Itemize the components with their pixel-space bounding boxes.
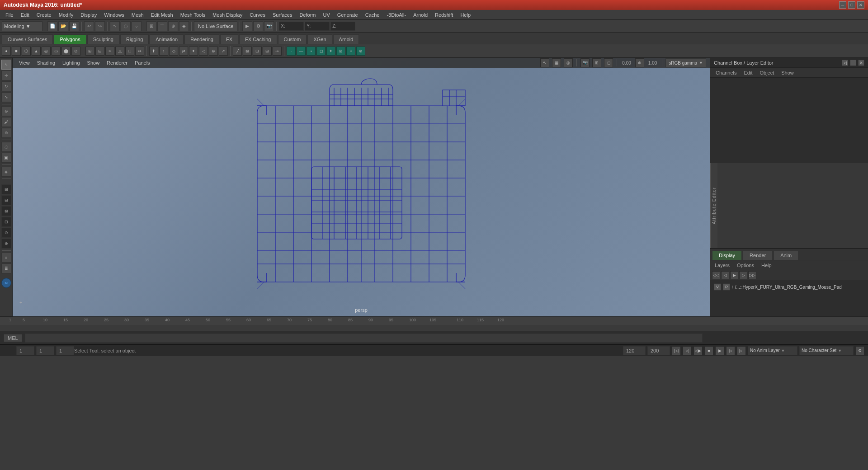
snap-curve-button[interactable]: ⌒ xyxy=(157,21,167,31)
layer-end-button[interactable]: ▷▷ xyxy=(748,271,756,279)
quadrangulate-icon[interactable]: □ xyxy=(125,47,134,56)
menu-generate[interactable]: Generate xyxy=(334,11,362,19)
tool-mode-5[interactable]: ⊙ xyxy=(1,228,11,238)
wedge-face-icon[interactable]: ◁ xyxy=(199,47,208,56)
menu-edit-mesh[interactable]: Edit Mesh xyxy=(147,11,177,19)
extrude-face-icon[interactable]: ⬆ xyxy=(149,47,158,56)
redo-button[interactable]: ↪ xyxy=(95,21,105,31)
channel-box-close-button[interactable]: ✕ xyxy=(858,60,864,66)
vp-menu-panels[interactable]: Panels xyxy=(132,59,153,66)
duplicate-face-icon[interactable]: ⊕ xyxy=(209,47,218,56)
snap-grid-button[interactable]: ⊞ xyxy=(146,21,156,31)
menu-redshift[interactable]: Redshift xyxy=(431,11,457,19)
select-tool-button[interactable]: ↖ xyxy=(1,60,11,70)
menu-display[interactable]: Display xyxy=(77,11,100,19)
select-mode-button[interactable]: ↖ xyxy=(110,21,120,31)
vp-camera-icon[interactable]: 📷 xyxy=(580,58,590,67)
paint-select-button[interactable]: ⬦ xyxy=(132,21,142,31)
layers-subtab[interactable]: Layers xyxy=(713,262,731,269)
tab-custom[interactable]: Custom xyxy=(278,34,307,44)
render-settings-button[interactable]: ⚙ xyxy=(253,21,263,31)
maximize-button[interactable]: □ xyxy=(848,1,855,9)
play-forward-button[interactable]: ▶ xyxy=(715,346,724,355)
tool-misc-1[interactable]: ≡ xyxy=(1,253,11,263)
paint-select-icon2[interactable]: ⌑ xyxy=(346,47,355,56)
z-coord-field[interactable]: Z: xyxy=(330,22,355,31)
show-tab[interactable]: Show xyxy=(778,69,797,76)
render-view-button[interactable]: 📷 xyxy=(264,21,274,31)
script-mode-label[interactable]: MEL xyxy=(4,334,22,342)
triangulate-icon[interactable]: △ xyxy=(115,47,124,56)
snap-view-button[interactable]: ◈ xyxy=(179,21,189,31)
menu-mesh-tools[interactable]: Mesh Tools xyxy=(177,11,209,19)
torus-icon[interactable]: ◎ xyxy=(42,47,51,56)
soft-mod-tool-button[interactable]: ⊛ xyxy=(1,106,11,116)
slide-edge-icon[interactable]: ⇢ xyxy=(273,47,282,56)
offset-edge-loop-icon[interactable]: ⊡ xyxy=(253,47,262,56)
attribute-editor-tab[interactable]: Attribute Editor xyxy=(710,163,717,249)
menu-modify[interactable]: Modify xyxy=(55,11,77,19)
menu-create[interactable]: Create xyxy=(33,11,55,19)
minimize-button[interactable]: ─ xyxy=(839,1,846,9)
object-tab[interactable]: Object xyxy=(756,69,778,76)
end-anim-field[interactable]: 1 xyxy=(56,346,74,355)
stop-button[interactable]: ■ xyxy=(704,346,713,355)
component-select-icon[interactable]: ✦ xyxy=(326,47,335,56)
vp-grid-icon[interactable]: ⊞ xyxy=(592,58,601,67)
disk-icon[interactable]: ⬤ xyxy=(61,47,71,56)
extrude-edge-icon[interactable]: ↑ xyxy=(159,47,168,56)
display-tab-anim[interactable]: Anim xyxy=(774,250,798,260)
help-subtab[interactable]: Help xyxy=(760,262,774,269)
separate-icon[interactable]: ⊟ xyxy=(95,47,104,56)
start-frame-field[interactable]: 1 xyxy=(36,346,54,355)
tool-mode-6[interactable]: ⊚ xyxy=(1,239,11,249)
goto-end-button[interactable]: ▷| xyxy=(737,346,746,355)
tool-mode-3[interactable]: ⊠ xyxy=(1,206,11,216)
add-divisions-icon[interactable]: ⊞ xyxy=(263,47,272,56)
render-button[interactable]: ▶ xyxy=(242,21,252,31)
edit-tab[interactable]: Edit xyxy=(740,69,756,76)
tab-sculpting[interactable]: Sculpting xyxy=(87,34,119,44)
move-tool-button[interactable]: ✛ xyxy=(1,70,11,80)
vertex-select-icon[interactable]: · xyxy=(287,47,296,56)
menu-curves[interactable]: Curves xyxy=(246,11,269,19)
tab-animation[interactable]: Animation xyxy=(150,34,184,44)
menu-file[interactable]: File xyxy=(2,11,17,19)
menu-mesh[interactable]: Mesh xyxy=(128,11,147,19)
cone-icon[interactable]: ▲ xyxy=(32,47,41,56)
layer-play-button[interactable]: ▶ xyxy=(730,271,738,279)
face-select-icon[interactable]: ▪ xyxy=(307,47,316,56)
save-scene-button[interactable]: 💾 xyxy=(69,21,79,31)
rotate-tool-button[interactable]: ↻ xyxy=(1,81,11,91)
lasso-tool-button[interactable]: ◌ xyxy=(1,142,11,152)
close-button[interactable]: ✕ xyxy=(857,1,864,9)
menu-edit[interactable]: Edit xyxy=(17,11,33,19)
vp-wireframe-icon[interactable]: ◻ xyxy=(604,58,613,67)
viewport-3d[interactable]: View Shading Lighting Show Renderer Pane… xyxy=(13,58,710,316)
marquee-tool-button[interactable]: ▣ xyxy=(1,153,11,163)
menu-surfaces[interactable]: Surfaces xyxy=(269,11,296,19)
cube-icon[interactable]: ■ xyxy=(12,47,21,56)
bridge-icon[interactable]: ⇌ xyxy=(179,47,188,56)
menu-mesh-display[interactable]: Mesh Display xyxy=(209,11,246,19)
menu-help[interactable]: Help xyxy=(457,11,474,19)
display-tab-display[interactable]: Display xyxy=(712,250,742,260)
bevel-icon[interactable]: ◇ xyxy=(169,47,178,56)
vp-select-icon[interactable]: ↖ xyxy=(540,58,549,67)
play-back-button[interactable]: ◁▶ xyxy=(693,346,703,355)
tab-xgen[interactable]: XGen xyxy=(307,34,332,44)
show-manipulator-button[interactable]: ⊕ xyxy=(1,128,11,138)
no-anim-layer-dropdown[interactable]: No Anim Layer ▼ xyxy=(748,346,797,355)
tool-misc-2[interactable]: ≣ xyxy=(1,263,11,273)
tool-mode-2[interactable]: ⊟ xyxy=(1,195,11,205)
smooth-icon[interactable]: ≈ xyxy=(105,47,114,56)
no-char-set-dropdown[interactable]: No Character Set ▼ xyxy=(799,346,854,355)
menu-windows[interactable]: Windows xyxy=(100,11,128,19)
menu-arnold[interactable]: Arnold xyxy=(410,11,431,19)
menu-3dtoall[interactable]: -3DtoAll- xyxy=(383,11,410,19)
lasso-select-button[interactable]: ◌ xyxy=(121,21,131,31)
step-back-button[interactable]: ◁ xyxy=(683,346,692,355)
tab-arnold[interactable]: Arnold xyxy=(333,34,359,44)
extract-icon[interactable]: ↗ xyxy=(219,47,228,56)
poke-face-icon[interactable]: ✦ xyxy=(189,47,198,56)
